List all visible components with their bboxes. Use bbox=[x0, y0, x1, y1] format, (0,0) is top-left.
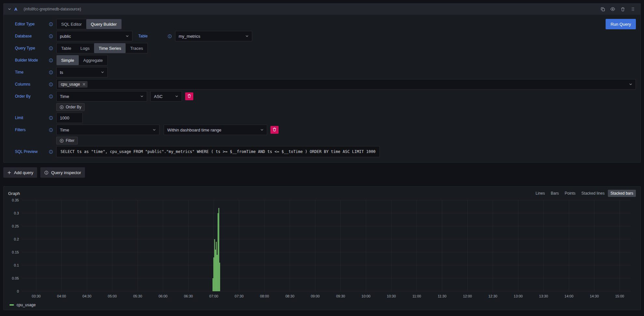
svg-text:07:00: 07:00 bbox=[209, 294, 218, 298]
info-icon[interactable] bbox=[49, 58, 53, 62]
info-icon[interactable] bbox=[49, 116, 53, 120]
order-by-remove-button[interactable] bbox=[185, 92, 193, 100]
add-query-button[interactable]: Add query bbox=[3, 167, 37, 178]
info-icon[interactable] bbox=[168, 34, 172, 38]
chevron-down-icon bbox=[245, 34, 249, 38]
svg-text:11:30: 11:30 bbox=[438, 294, 446, 298]
columns-label: Columns bbox=[15, 82, 30, 87]
collapse-chevron-icon[interactable] bbox=[7, 7, 11, 11]
builder-mode-option-simple[interactable]: Simple bbox=[57, 55, 79, 65]
svg-text:14:00: 14:00 bbox=[565, 294, 574, 298]
info-icon[interactable] bbox=[49, 94, 53, 99]
info-icon[interactable] bbox=[49, 150, 53, 154]
query-type-option-time-series[interactable]: Time Series bbox=[94, 43, 126, 53]
add-filter-button[interactable]: Filter bbox=[56, 137, 78, 144]
query-type-option-traces[interactable]: Traces bbox=[126, 43, 147, 53]
remove-column-icon[interactable] bbox=[82, 83, 86, 86]
viz-option-lines[interactable]: Lines bbox=[533, 190, 548, 197]
hide-response-eye-icon[interactable] bbox=[609, 6, 616, 13]
info-icon[interactable] bbox=[49, 82, 53, 87]
database-select[interactable]: public bbox=[56, 31, 132, 41]
columns-label-field: Columns bbox=[15, 82, 53, 87]
svg-text:0.35: 0.35 bbox=[12, 198, 19, 202]
legend-series-label[interactable]: cpu_usage bbox=[17, 303, 36, 307]
table-select[interactable]: my_metrics bbox=[175, 31, 252, 41]
svg-text:03:30: 03:30 bbox=[32, 294, 41, 298]
sql-preview-row: SQL Preview SELECT ts as "time", cpu_usa… bbox=[15, 146, 636, 157]
table-label-field: Table bbox=[138, 34, 172, 38]
info-icon[interactable] bbox=[49, 34, 53, 38]
info-icon[interactable] bbox=[49, 46, 53, 50]
columns-multiselect[interactable]: cpu_usage bbox=[56, 79, 636, 89]
svg-text:04:30: 04:30 bbox=[82, 294, 91, 298]
query-type-option-logs[interactable]: Logs bbox=[76, 43, 94, 53]
info-icon[interactable] bbox=[49, 128, 53, 132]
filter-remove-button[interactable] bbox=[270, 126, 279, 134]
viz-option-bars[interactable]: Bars bbox=[548, 190, 562, 197]
query-type-option-table[interactable]: Table bbox=[57, 43, 76, 53]
info-icon[interactable] bbox=[49, 22, 53, 26]
filter-condition-select[interactable]: Within dashboard time range bbox=[164, 125, 267, 135]
editor-type-radiogroup: SQL Editor Query Builder bbox=[56, 19, 122, 29]
builder-mode-label: Builder Mode bbox=[15, 58, 38, 62]
svg-text:12:30: 12:30 bbox=[488, 294, 498, 298]
viz-option-stacked-lines[interactable]: Stacked lines bbox=[579, 190, 607, 197]
duplicate-query-icon[interactable] bbox=[599, 6, 606, 13]
order-by-column-value: Time bbox=[60, 94, 137, 99]
query-inspector-button[interactable]: Query inspector bbox=[40, 167, 85, 178]
drag-handle-icon[interactable] bbox=[629, 6, 637, 13]
query-editor-page: A (info8fcc-greptimedb-datasource) Edito… bbox=[0, 0, 644, 310]
svg-text:09:00: 09:00 bbox=[311, 294, 320, 298]
database-label: Database bbox=[15, 34, 32, 38]
limit-input[interactable] bbox=[56, 113, 83, 123]
sql-preview-label-field: SQL Preview bbox=[15, 149, 53, 154]
svg-text:04:00: 04:00 bbox=[57, 294, 66, 298]
viz-option-points[interactable]: Points bbox=[562, 190, 578, 197]
info-icon[interactable] bbox=[49, 70, 53, 75]
database-table-row: Database public Table my_metrics bbox=[15, 31, 636, 41]
filter-column-select[interactable]: Time bbox=[56, 125, 159, 135]
editor-type-row: Editor Type SQL Editor Query Builder Run… bbox=[15, 19, 636, 29]
chevron-down-icon bbox=[260, 128, 264, 132]
svg-text:15:00: 15:00 bbox=[615, 294, 624, 298]
svg-text:14:30: 14:30 bbox=[590, 294, 599, 298]
svg-text:10:00: 10:00 bbox=[362, 294, 371, 298]
viz-option-stacked-bars[interactable]: Stacked bars bbox=[608, 190, 636, 197]
editor-type-option-sql-editor[interactable]: SQL Editor bbox=[57, 19, 86, 29]
run-query-button[interactable]: Run Query bbox=[606, 19, 636, 29]
delete-query-icon[interactable] bbox=[619, 6, 626, 13]
builder-mode-option-aggregate[interactable]: Aggregate bbox=[79, 55, 107, 65]
editor-type-option-query-builder[interactable]: Query Builder bbox=[86, 19, 121, 29]
query-inspector-label: Query inspector bbox=[51, 170, 81, 175]
order-by-column-select[interactable]: Time bbox=[56, 91, 147, 102]
column-chip: cpu_usage bbox=[58, 81, 88, 88]
plus-circle-icon bbox=[60, 139, 64, 143]
query-type-row: Query Type Table Logs Time Series Traces bbox=[15, 43, 636, 53]
svg-text:08:30: 08:30 bbox=[285, 294, 295, 298]
builder-mode-label-field: Builder Mode bbox=[15, 58, 53, 62]
time-column-select[interactable]: ts bbox=[56, 67, 108, 77]
trash-icon bbox=[272, 127, 277, 133]
time-column-select-value: ts bbox=[60, 70, 98, 75]
query-type-label: Query Type bbox=[15, 46, 35, 50]
chart-legend: cpu_usage bbox=[7, 301, 637, 307]
svg-text:0.15: 0.15 bbox=[12, 250, 19, 254]
limit-row: Limit bbox=[15, 113, 636, 123]
table-label: Table bbox=[138, 34, 148, 38]
time-row: Time ts bbox=[15, 67, 636, 77]
order-by-direction-select[interactable]: ASC bbox=[150, 91, 182, 102]
database-label-field: Database bbox=[15, 34, 53, 38]
svg-text:0.25: 0.25 bbox=[12, 224, 19, 228]
query-ref-letter[interactable]: A bbox=[14, 7, 17, 12]
sql-preview-label: SQL Preview bbox=[15, 149, 38, 154]
svg-text:06:00: 06:00 bbox=[158, 294, 168, 298]
svg-text:13:00: 13:00 bbox=[514, 294, 523, 298]
add-filter-label: Filter bbox=[66, 138, 75, 143]
editor-type-label-field: Editor Type bbox=[15, 22, 53, 26]
query-editor-card: A (info8fcc-greptimedb-datasource) Edito… bbox=[3, 3, 641, 163]
limit-label-field: Limit bbox=[15, 116, 53, 120]
add-order-by-button[interactable]: Order By bbox=[56, 103, 85, 111]
svg-text:13:30: 13:30 bbox=[539, 294, 548, 298]
columns-row: Columns cpu_usage bbox=[15, 79, 636, 89]
query-row-header: A (info8fcc-greptimedb-datasource) bbox=[4, 4, 640, 15]
